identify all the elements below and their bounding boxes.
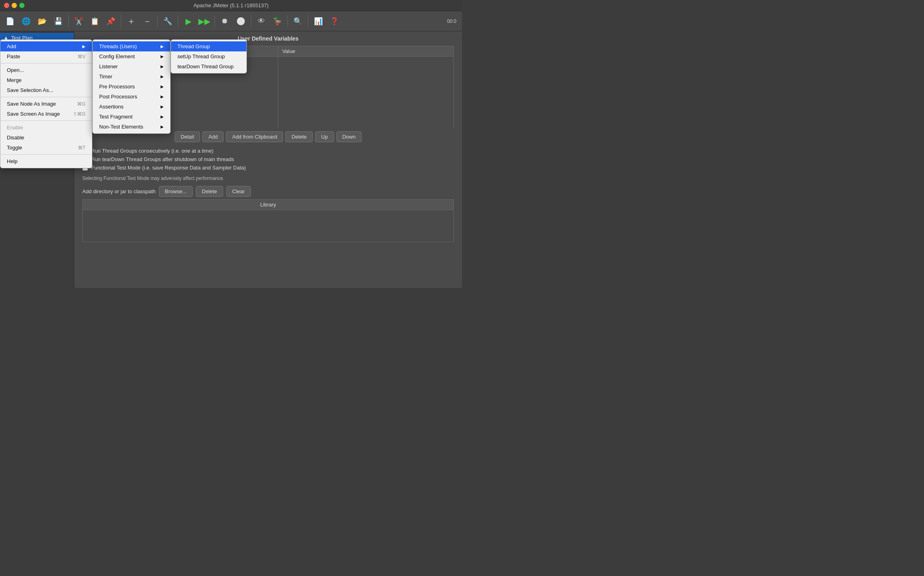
ctx-help-label: Help	[7, 158, 18, 164]
browse-button[interactable]: Browse...	[159, 186, 193, 197]
classpath-section: Add directory or jar to classpath Browse…	[74, 184, 462, 199]
ctx-open[interactable]: Open...	[0, 65, 92, 75]
submenu-testfragment[interactable]: Test Fragment ▶	[93, 112, 170, 122]
run-btn[interactable]: ▶	[181, 14, 196, 29]
paste-btn[interactable]: 📌	[103, 14, 118, 29]
submenu-assertions-label: Assertions	[99, 104, 124, 110]
minus-btn[interactable]: －	[140, 14, 155, 29]
delete-classpath-button[interactable]: Delete	[196, 186, 223, 197]
sep6	[251, 15, 251, 27]
run-no-pauses-btn[interactable]: ▶▶	[197, 14, 212, 29]
library-table: Library	[82, 199, 454, 242]
library-header: Library	[83, 200, 454, 210]
submenu-config-label: Config Element	[99, 53, 135, 59]
ctx-paste[interactable]: Paste ⌘V	[0, 51, 92, 61]
down-button[interactable]: Down	[336, 131, 362, 142]
ctx-merge-label: Merge	[7, 77, 22, 83]
ctx-disable[interactable]: Disable	[0, 133, 92, 143]
new-btn[interactable]: 📄	[2, 14, 18, 29]
add-variable-button[interactable]: Add	[202, 131, 224, 142]
option-consecutive: Run Thread Groups consecutively (i.e. on…	[82, 148, 454, 154]
submenu-postprocessors[interactable]: Post Processors ▶	[93, 92, 170, 102]
ctx-merge[interactable]: Merge	[0, 75, 92, 85]
library-section: Library	[82, 199, 454, 288]
clear-all-btn[interactable]: 🔧	[160, 14, 175, 29]
timer-display: 00:0	[447, 18, 460, 24]
functional-label: Functional Test Mode (i.e. save Response…	[91, 165, 246, 171]
add-btn[interactable]: ＋	[124, 14, 139, 29]
teardown-threadgroup-item[interactable]: tearDown Thread Group	[171, 61, 246, 71]
ctx-add[interactable]: Add ▶	[0, 41, 92, 51]
consecutive-label: Run Thread Groups consecutively (i.e. on…	[91, 148, 214, 154]
submenu-testfragment-label: Test Fragment	[99, 114, 132, 120]
submenu-postprocessors-label: Post Processors	[99, 94, 137, 100]
submenu-timer-label: Timer	[99, 74, 112, 80]
sep5	[214, 15, 215, 27]
threadgroup-item[interactable]: Thread Group	[171, 41, 246, 51]
submenu-threads-label: Threads (Users)	[99, 43, 137, 49]
close-button[interactable]	[4, 3, 9, 8]
help-btn[interactable]: ❓	[327, 14, 342, 29]
tree-btn[interactable]: 📊	[311, 14, 326, 29]
ctx-toggle-shortcut: ⌘T	[78, 145, 85, 151]
ctx-save-sel[interactable]: Save Selection As...	[0, 85, 92, 95]
submenu-threads[interactable]: Threads (Users) ▶	[93, 41, 170, 51]
hint-text: Selecting Functional Test Mode may adver…	[74, 176, 462, 184]
stop-btn[interactable]: ⏺	[217, 14, 232, 29]
add-submenu: Threads (Users) ▶ Config Element ▶ Liste…	[92, 39, 171, 134]
delete-variable-button[interactable]: Delete	[285, 131, 313, 142]
add-from-clipboard-button[interactable]: Add from Clipboard	[226, 131, 283, 142]
ctx-enable: Enable	[0, 123, 92, 133]
submenu-assertions-arrow: ▶	[161, 104, 164, 109]
search-btn[interactable]: 🔍	[290, 14, 305, 29]
minimize-button[interactable]	[12, 3, 17, 8]
ctx-open-label: Open...	[7, 67, 24, 73]
ctx-save-node-shortcut: ⌘G	[77, 101, 85, 107]
sep8	[308, 15, 308, 27]
window-controls[interactable]	[4, 3, 24, 8]
ctx-save-screen-shortcut: ⇧⌘G	[73, 111, 85, 117]
submenu-assertions[interactable]: Assertions ▶	[93, 102, 170, 112]
shutdown-btn[interactable]: 👁	[254, 14, 269, 29]
ctx-save-screen-img[interactable]: Save Screen As Image ⇧⌘G	[0, 109, 92, 119]
open-btn[interactable]: 📂	[35, 14, 50, 29]
teardown-threadgroup-label: tearDown Thread Group	[177, 63, 234, 69]
submenu-nontest[interactable]: Non-Test Elements ▶	[93, 122, 170, 132]
save-btn[interactable]: 💾	[51, 14, 66, 29]
setup-threadgroup-label: setUp Thread Group	[177, 53, 225, 59]
teardown-label: Run tearDown Thread Groups after shutdow…	[91, 156, 234, 162]
submenu-preprocessors[interactable]: Pre Processors ▶	[93, 82, 170, 92]
maximize-button[interactable]	[19, 3, 24, 8]
ctx-disable-label: Disable	[7, 135, 24, 141]
copy-btn[interactable]: 📋	[87, 14, 102, 29]
threadgroup-label: Thread Group	[177, 43, 210, 49]
ctx-sep3	[0, 121, 92, 121]
ctx-save-node-img-label: Save Node As Image	[7, 101, 56, 107]
col-value-header: Value	[278, 46, 454, 57]
sep1	[68, 15, 69, 27]
library-row	[83, 210, 454, 242]
submenu-preprocessors-arrow: ▶	[161, 84, 164, 89]
submenu-listener[interactable]: Listener ▶	[93, 61, 170, 71]
submenu-nontest-label: Non-Test Elements	[99, 124, 143, 130]
ctx-help[interactable]: Help	[0, 156, 92, 166]
template-btn[interactable]: 🌐	[18, 14, 34, 29]
submenu-timer[interactable]: Timer ▶	[93, 71, 170, 82]
clear-logs-btn[interactable]: 🦆	[270, 14, 285, 29]
ctx-sep1	[0, 63, 92, 63]
submenu-listener-arrow: ▶	[161, 64, 164, 69]
main-area: ▲ Test Plan Add ▶ Paste ⌘V Open...	[0, 31, 462, 288]
options-section: Run Thread Groups consecutively (i.e. on…	[74, 145, 462, 176]
up-button[interactable]: Up	[315, 131, 334, 142]
setup-threadgroup-item[interactable]: setUp Thread Group	[171, 51, 246, 61]
submenu-testfragment-arrow: ▶	[161, 114, 164, 119]
detail-button[interactable]: Detail	[175, 131, 200, 142]
ctx-save-node-img[interactable]: Save Node As Image ⌘G	[0, 99, 92, 109]
classpath-label: Add directory or jar to classpath	[82, 188, 156, 194]
ctx-toggle[interactable]: Toggle ⌘T	[0, 143, 92, 153]
submenu-config[interactable]: Config Element ▶	[93, 51, 170, 61]
cut-btn[interactable]: ✂️	[71, 14, 86, 29]
clear-button[interactable]: Clear	[226, 186, 251, 197]
stop-now-btn[interactable]: ⚪	[233, 14, 248, 29]
main-toolbar: 📄 🌐 📂 💾 ✂️ 📋 📌 ＋ － 🔧 ▶ ▶▶ ⏺ ⚪ 👁 🦆 🔍 📊 ❓ …	[0, 11, 462, 31]
